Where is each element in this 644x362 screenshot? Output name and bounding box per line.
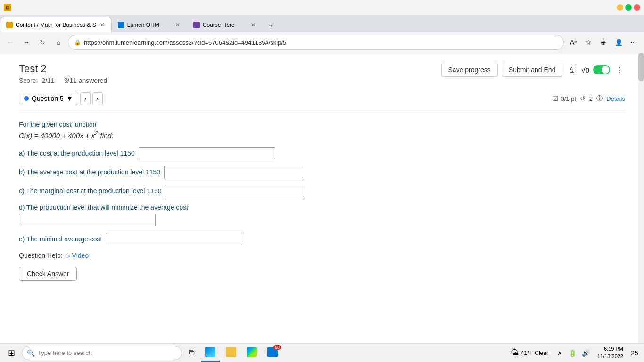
question-nav: Question 5 ▼ ‹ › ☑ 0/1 pt ↺ 2 ⓘ Details	[19, 92, 625, 111]
details-link[interactable]: Details	[606, 95, 625, 102]
part-c-label: c) The marginal cost at the production l…	[19, 187, 161, 195]
question-dot	[24, 96, 29, 101]
browser-chrome: ⊞ Content / Math for Business & S ✕ Lume…	[0, 0, 644, 53]
points-value: 0/1 pt	[561, 95, 576, 102]
question-info: ☑ 0/1 pt ↺ 2 ⓘ Details	[553, 94, 625, 103]
refresh-button[interactable]: ↻	[36, 36, 49, 49]
question-formula: C(x) = 40000 + 400x + x2 find:	[19, 130, 625, 140]
retry-icon[interactable]: ↺	[580, 95, 586, 102]
question-number: Question 5	[32, 95, 64, 102]
scrollbar-track[interactable]	[638, 53, 644, 343]
next-question-button[interactable]: ›	[92, 92, 103, 105]
sqrt-icon: √0	[581, 66, 589, 74]
favorites-icon[interactable]: ☆	[582, 36, 595, 49]
save-progress-button[interactable]: Save progress	[441, 63, 498, 77]
details-label: Details	[606, 95, 625, 102]
points-display: ☑ 0/1 pt	[553, 95, 576, 102]
tabs-bar: Content / Math for Business & S ✕ Lumen …	[0, 15, 644, 32]
part-a-input[interactable]	[139, 147, 275, 159]
tab-favicon-1	[6, 22, 13, 28]
browser-tab-2[interactable]: Lumen OHM ✕	[112, 17, 187, 32]
profile-icon[interactable]: 👤	[612, 36, 625, 49]
lock-icon: 🔒	[74, 39, 81, 46]
tab-close-3[interactable]: ✕	[250, 21, 256, 29]
address-bar-right: Aᵃ ☆ ⊕ 👤 ⋯	[567, 36, 640, 49]
retry-count: 2	[589, 95, 593, 102]
title-bar: ⊞	[0, 0, 644, 15]
new-tab-button[interactable]: +	[264, 19, 278, 32]
part-d-label: d) The production level that will minimi…	[19, 204, 625, 211]
part-d-input[interactable]	[19, 214, 156, 226]
question-dropdown[interactable]: Question 5 ▼	[19, 92, 78, 105]
reader-mode-icon[interactable]: Aᵃ	[567, 36, 580, 49]
part-b-label: b) The average cost at the production le…	[19, 168, 160, 176]
question-part-e: e) The minimal average cost	[19, 233, 625, 245]
question-help: Question Help: ▷ Video	[19, 252, 625, 259]
formula-text: C(x) = 40000 + 400x + x2 find:	[19, 132, 114, 140]
dropdown-arrow: ▼	[66, 95, 73, 102]
score-label: Score:	[19, 77, 38, 84]
video-icon: ▷	[66, 252, 70, 259]
score-value: 2/11	[41, 77, 54, 84]
print-icon[interactable]: 🖨	[566, 64, 578, 76]
question-intro: For the given cost function	[19, 121, 625, 128]
tab-label-1: Content / Math for Business & S	[16, 22, 96, 28]
url-text: https://ohm.lumenlearning.com/assess2/?c…	[84, 39, 558, 46]
scrollbar-thumb[interactable]	[638, 53, 644, 81]
video-link[interactable]: ▷ Video	[66, 252, 89, 259]
address-bar: ← → ↻ ⌂ 🔒 https://ohm.lumenlearning.com/…	[0, 32, 644, 53]
question-part-b: b) The average cost at the production le…	[19, 166, 625, 178]
tab-label-2: Lumen OHM	[127, 22, 172, 28]
more-options-icon[interactable]: ⋮	[614, 64, 625, 76]
checkbox-icon: ☑	[553, 95, 559, 102]
info-icon: ⓘ	[596, 94, 603, 103]
help-label: Question Help:	[19, 252, 63, 259]
question-part-a: a) The cost at the production level 1150	[19, 147, 625, 159]
window-controls[interactable]	[617, 4, 640, 11]
video-label: Video	[72, 252, 89, 259]
minimize-button[interactable]	[617, 4, 623, 11]
browser-tab-3[interactable]: Course Hero ✕	[187, 17, 263, 32]
part-e-input[interactable]	[106, 233, 242, 245]
maximize-button[interactable]	[625, 4, 632, 11]
close-button[interactable]	[634, 4, 640, 11]
tab-favicon-3	[193, 22, 200, 28]
tab-label-3: Course Hero	[203, 22, 247, 28]
tab-close-1[interactable]: ✕	[99, 21, 106, 29]
part-a-label: a) The cost at the production level 1150	[19, 149, 135, 157]
browser-tab-1[interactable]: Content / Math for Business & S ✕	[0, 17, 112, 32]
question-part-c: c) The marginal cost at the production l…	[19, 185, 625, 197]
submit-end-button[interactable]: Submit and End	[502, 63, 563, 77]
question-selector: Question 5 ▼ ‹ ›	[19, 92, 103, 105]
home-button[interactable]: ⌂	[52, 36, 65, 49]
prev-question-button[interactable]: ‹	[80, 92, 91, 105]
test-title: Test 2	[19, 63, 107, 75]
test-info: Test 2 Score: 2/11 3/11 answered	[19, 63, 107, 84]
test-header: Test 2 Score: 2/11 3/11 answered Save pr…	[19, 63, 625, 84]
question-body: For the given cost function C(x) = 40000…	[19, 121, 625, 281]
forward-button[interactable]: →	[20, 36, 33, 49]
settings-icon[interactable]: ⋯	[627, 36, 640, 49]
url-bar[interactable]: 🔒 https://ohm.lumenlearning.com/assess2/…	[68, 35, 564, 50]
part-b-input[interactable]	[164, 166, 303, 178]
tab-favicon-2	[118, 22, 124, 28]
check-answer-button[interactable]: Check Answer	[19, 267, 77, 281]
title-bar-left: ⊞	[4, 4, 11, 11]
test-score: Score: 2/11 3/11 answered	[19, 77, 107, 84]
answered-label: 3/11 answered	[64, 77, 107, 84]
tab-close-2[interactable]: ✕	[174, 21, 181, 29]
test-actions: Save progress Submit and End 🖨 √0 ⋮	[441, 63, 625, 77]
collections-icon[interactable]: ⊕	[597, 36, 610, 49]
window-icon: ⊞	[4, 4, 11, 11]
page-content: Test 2 Score: 2/11 3/11 answered Save pr…	[0, 53, 644, 344]
accessibility-toggle[interactable]	[593, 65, 610, 74]
question-part-d: d) The production level that will minimi…	[19, 204, 625, 226]
taskbar: ⊞ 🔍 Type here to search ⧉ 68 🌤 41°F Clea…	[0, 343, 644, 344]
part-e-label: e) The minimal average cost	[19, 235, 102, 243]
part-c-input[interactable]	[165, 185, 304, 197]
back-button[interactable]: ←	[4, 36, 17, 49]
